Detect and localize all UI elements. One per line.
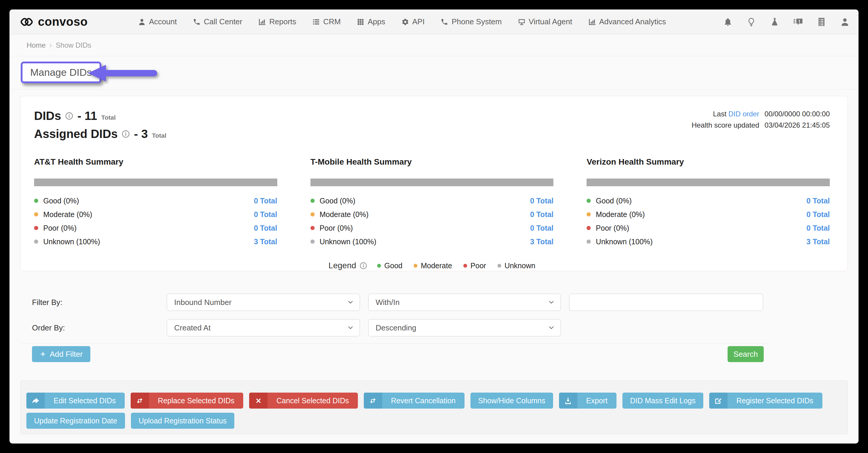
nav-item-label: API <box>412 17 425 26</box>
breadcrumb: Home › Show DIDs <box>9 34 859 56</box>
filter-field-select[interactable]: Inbound Number <box>167 294 360 311</box>
health-row-label: Good (0%) <box>43 197 79 205</box>
button-label: Replace Selected DIDs <box>149 393 243 409</box>
dids-total-suffix: Total <box>101 114 116 123</box>
health-row-unknown: Unknown (100%)3 Total <box>34 235 277 249</box>
user-button[interactable] <box>840 17 849 27</box>
did-mass-edit-logs-button[interactable]: DID Mass Edit Logs <box>622 393 703 409</box>
bulk-actions-card: Edit Selected DIDsReplace Selected DIDsC… <box>20 381 848 434</box>
health-row-good: Good (0%)0 Total <box>34 194 277 207</box>
total-link[interactable]: 3 Total <box>806 237 830 246</box>
filter-operator-select[interactable]: With/In <box>368 294 561 311</box>
dids-summary-card: DIDs - 11 Total Assigned DIDs - 3 Total <box>20 96 848 271</box>
last-order-label: Last DID order <box>692 109 759 119</box>
moderate-dot-icon <box>34 212 38 217</box>
bar-chart-icon <box>588 18 596 26</box>
total-link[interactable]: 0 Total <box>806 210 830 219</box>
total-link[interactable]: 3 Total <box>254 237 277 246</box>
poor-dot-icon <box>34 226 38 230</box>
button-label: Cancel Selected DIDs <box>268 393 358 409</box>
update-registration-date-button[interactable]: Update Registration Date <box>26 413 125 429</box>
monitor-icon <box>518 18 526 26</box>
health-row-label-group: Poor (0%) <box>587 224 629 232</box>
add-filter-button[interactable]: Add Filter <box>32 346 90 362</box>
register-selected-dids-button[interactable]: Register Selected DIDs <box>709 393 823 409</box>
lightbulb-button[interactable] <box>747 17 756 27</box>
total-link[interactable]: 0 Total <box>530 224 554 232</box>
health-row-label: Unknown (100%) <box>320 237 376 246</box>
checklist-button[interactable] <box>817 17 826 27</box>
total-link[interactable]: 0 Total <box>530 197 554 205</box>
nav-item-api[interactable]: API <box>401 17 425 26</box>
topbar: convoso AccountCall CenterReportsCRMApps… <box>9 9 859 34</box>
annotation-arrow <box>86 63 160 83</box>
bell-button[interactable] <box>723 17 733 27</box>
nav-item-phone-system[interactable]: Phone System <box>440 17 501 26</box>
upload-registration-status-button[interactable]: Upload Registration Status <box>131 413 234 429</box>
nav-item-apps[interactable]: Apps <box>357 17 385 26</box>
button-icon-segment <box>364 393 382 409</box>
export-button[interactable]: Export <box>559 393 617 409</box>
nav-item-reports[interactable]: Reports <box>258 17 296 26</box>
edit-selected-dids-button[interactable]: Edit Selected DIDs <box>26 393 125 409</box>
revert-cancellation-button[interactable]: Revert Cancellation <box>364 393 465 409</box>
nav-item-advanced-analytics[interactable]: Advanced Analytics <box>588 17 666 26</box>
user-icon <box>840 17 849 27</box>
order-field-select[interactable]: Created At <box>167 319 360 336</box>
health-row-label-group: Moderate (0%) <box>310 210 369 219</box>
carrier-title: Verizon Health Summary <box>587 157 830 167</box>
replace-selected-dids-button[interactable]: Replace Selected DIDs <box>131 393 243 409</box>
good-dot-icon <box>587 199 591 203</box>
show-hide-columns-button[interactable]: Show/Hide Columns <box>470 393 553 409</box>
action-row-1: Edit Selected DIDsReplace Selected DIDsC… <box>26 393 842 409</box>
dids-label: DIDs <box>34 109 61 123</box>
health-bar-segment-unknown <box>587 179 830 186</box>
health-row-good: Good (0%)0 Total <box>310 194 554 207</box>
info-icon[interactable] <box>65 112 73 120</box>
health-row-label: Unknown (100%) <box>596 237 653 246</box>
button-icon-segment <box>559 393 578 409</box>
button-icon-segment <box>249 393 268 409</box>
order-direction-select[interactable]: Descending <box>368 319 561 336</box>
did-order-link[interactable]: DID order <box>728 110 759 118</box>
filter-value-input[interactable] <box>569 294 763 311</box>
health-bar-segment-unknown <box>34 179 277 186</box>
nav-item-label: Phone System <box>452 17 501 26</box>
bell-icon <box>723 17 733 27</box>
legend-item-poor: Poor <box>463 261 486 270</box>
health-row-label: Moderate (0%) <box>320 210 369 219</box>
flask-button[interactable] <box>770 17 779 27</box>
total-link[interactable]: 0 Total <box>806 224 830 232</box>
health-row-label-group: Moderate (0%) <box>34 210 92 219</box>
total-link[interactable]: 0 Total <box>254 197 277 205</box>
nav-item-call-center[interactable]: Call Center <box>193 17 242 26</box>
nav-item-account[interactable]: Account <box>138 17 177 26</box>
phone-icon <box>440 18 448 26</box>
total-link[interactable]: 0 Total <box>254 224 277 232</box>
checklist-icon <box>817 17 826 27</box>
plus-icon <box>40 351 46 357</box>
nav-item-crm[interactable]: CRM <box>312 17 341 26</box>
assigned-dids-label: Assigned DIDs <box>34 127 118 141</box>
brand-logo[interactable]: convoso <box>19 13 88 30</box>
health-row-label: Poor (0%) <box>596 224 629 232</box>
total-link[interactable]: 0 Total <box>254 210 277 219</box>
total-link[interactable]: 0 Total <box>806 197 830 205</box>
cancel-selected-dids-button[interactable]: Cancel Selected DIDs <box>249 393 358 409</box>
retweet-icon <box>369 397 377 405</box>
health-row-unknown: Unknown (100%)3 Total <box>310 235 554 249</box>
button-label: Edit Selected DIDs <box>45 393 125 409</box>
grid-icon <box>357 18 364 26</box>
search-button[interactable]: Search <box>727 346 764 362</box>
button-label: Show/Hide Columns <box>470 393 553 409</box>
info-icon[interactable] <box>122 130 130 138</box>
info-icon[interactable] <box>360 262 367 269</box>
total-link[interactable]: 3 Total <box>530 237 554 246</box>
assigned-dids-value: - 3 <box>134 127 148 141</box>
health-row-label-group: Unknown (100%) <box>587 237 653 246</box>
health-row-label: Good (0%) <box>596 197 631 205</box>
breadcrumb-home-link[interactable]: Home <box>27 41 45 50</box>
feedback-button[interactable] <box>793 17 803 27</box>
nav-item-virtual-agent[interactable]: Virtual Agent <box>518 17 572 26</box>
total-link[interactable]: 0 Total <box>530 210 554 219</box>
